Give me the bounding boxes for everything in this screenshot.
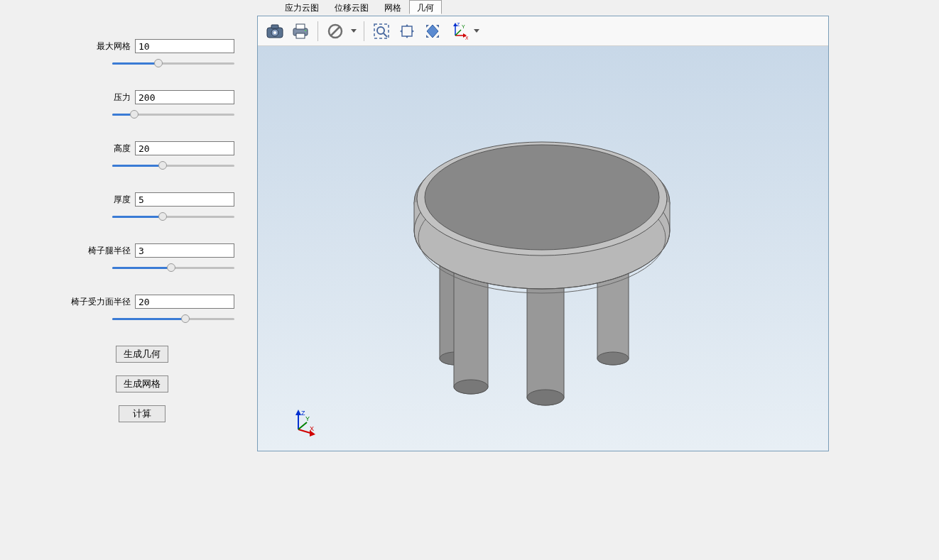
- param-label: 厚度: [114, 194, 131, 206]
- force-radius-input[interactable]: [135, 295, 234, 309]
- param-label: 椅子受力面半径: [71, 296, 131, 308]
- svg-text:Y: Y: [462, 24, 465, 29]
- max-mesh-slider[interactable]: [112, 57, 234, 70]
- tab-displacement-cloud[interactable]: 位移云图: [327, 0, 376, 14]
- svg-text:X: X: [465, 35, 468, 40]
- svg-line-41: [298, 422, 307, 429]
- svg-line-16: [455, 30, 461, 35]
- svg-point-7: [305, 30, 306, 31]
- viewport-frame: X Y Z: [257, 16, 829, 451]
- svg-text:X: X: [310, 425, 314, 432]
- toolbar-separator: [317, 21, 318, 41]
- svg-rect-5: [296, 24, 305, 29]
- svg-point-25: [597, 352, 629, 365]
- height-input[interactable]: [135, 141, 234, 155]
- viewport-toolbar: X Y Z: [258, 16, 828, 46]
- pan-icon[interactable]: [396, 20, 418, 43]
- param-thickness: 厚度: [50, 192, 234, 224]
- param-label: 高度: [114, 143, 131, 155]
- force-radius-slider[interactable]: [112, 313, 234, 326]
- param-label: 椅子腿半径: [88, 245, 131, 257]
- tab-bar: 应力云图 位移云图 网格 几何: [256, 0, 939, 14]
- printer-icon[interactable]: [289, 20, 312, 43]
- tab-mesh[interactable]: 网格: [376, 0, 409, 14]
- fit-view-icon[interactable]: [421, 20, 444, 43]
- axis-view-icon[interactable]: X Y Z: [447, 20, 469, 43]
- camera-icon[interactable]: [264, 20, 286, 43]
- parameter-panel: 最大网格 压力: [0, 0, 256, 560]
- svg-rect-13: [402, 26, 412, 36]
- axis-indicator: Z X Y: [290, 408, 318, 437]
- pressure-input[interactable]: [135, 90, 234, 104]
- tab-stress-cloud[interactable]: 应力云图: [277, 0, 327, 14]
- param-pressure: 压力: [50, 90, 234, 121]
- generate-mesh-button[interactable]: 生成网格: [116, 375, 168, 392]
- param-label: 最大网格: [97, 40, 131, 53]
- svg-line-12: [384, 33, 387, 37]
- dropdown-icon[interactable]: [472, 20, 481, 43]
- svg-point-28: [454, 380, 488, 394]
- svg-rect-1: [271, 25, 278, 28]
- pressure-slider[interactable]: [112, 109, 234, 121]
- 3d-viewport[interactable]: Z X Y: [258, 46, 828, 451]
- param-label: 压力: [114, 92, 131, 104]
- svg-rect-6: [296, 33, 305, 38]
- svg-text:Z: Z: [457, 22, 460, 27]
- param-force-radius: 椅子受力面半径: [50, 295, 234, 326]
- param-max-mesh: 最大网格: [50, 39, 234, 70]
- svg-point-36: [425, 145, 659, 250]
- thickness-slider[interactable]: [112, 211, 234, 224]
- svg-point-11: [377, 27, 384, 34]
- toolbar-separator: [364, 21, 364, 41]
- svg-line-9: [331, 27, 340, 35]
- leg-radius-input[interactable]: [135, 243, 234, 258]
- stool-geometry: [258, 46, 826, 451]
- svg-point-3: [273, 31, 276, 34]
- svg-point-31: [527, 390, 564, 405]
- max-mesh-input[interactable]: [135, 39, 234, 53]
- leg-radius-slider[interactable]: [112, 262, 234, 275]
- dropdown-icon[interactable]: [349, 20, 358, 43]
- height-slider[interactable]: [112, 160, 234, 172]
- zoom-area-icon[interactable]: [370, 20, 393, 43]
- no-symbol-icon[interactable]: [324, 20, 347, 43]
- param-leg-radius: 椅子腿半径: [50, 243, 234, 275]
- svg-text:Y: Y: [305, 415, 310, 422]
- generate-geometry-button[interactable]: 生成几何: [116, 346, 168, 363]
- visualization-panel: 应力云图 位移云图 网格 几何: [256, 0, 939, 560]
- compute-button[interactable]: 计算: [119, 405, 165, 422]
- tab-geometry[interactable]: 几何: [409, 0, 442, 14]
- param-height: 高度: [50, 141, 234, 172]
- action-buttons: 生成几何 生成网格 计算: [50, 346, 234, 422]
- thickness-input[interactable]: [135, 192, 234, 207]
